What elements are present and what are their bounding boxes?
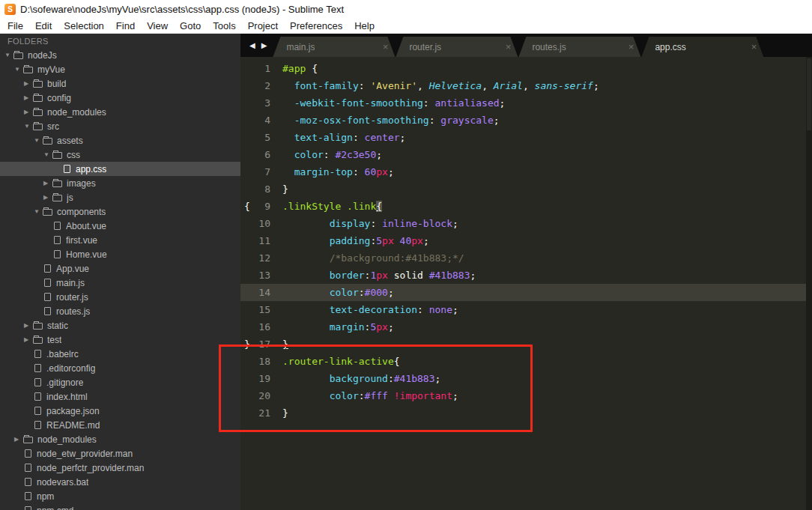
menu-item-tools[interactable]: Tools [207, 19, 241, 33]
tree-folder-images[interactable]: ▶images [0, 176, 240, 190]
tree-file-.gitignore[interactable]: .gitignore [0, 375, 240, 389]
chevron-down-icon[interactable]: ▼ [43, 151, 52, 158]
code-line-15[interactable]: 15 text-decoration: none; [240, 301, 812, 318]
tree-item-label: css [67, 150, 80, 160]
tree-file-.editorconfig[interactable]: .editorconfig [0, 361, 240, 375]
tab-close-icon[interactable]: × [377, 41, 389, 52]
chevron-down-icon[interactable]: ▼ [34, 137, 42, 144]
code-line-3[interactable]: 3 -webkit-font-smoothing: antialiased; [240, 94, 812, 112]
tree-folder-node_modules[interactable]: ▶node_modules [0, 432, 240, 446]
menu-item-selection[interactable]: Selection [58, 19, 109, 33]
tree-file-index.html[interactable]: index.html [0, 389, 240, 404]
tree-folder-build[interactable]: ▶build [0, 76, 240, 91]
token-const: none [429, 304, 452, 315]
tree-file-node_perfctr_provider.man[interactable]: node_perfctr_provider.man [0, 461, 240, 475]
code-line-16[interactable]: 16 margin:5px; [240, 318, 812, 336]
chevron-right-icon[interactable]: ▶ [24, 80, 32, 87]
chevron-down-icon[interactable]: ▼ [24, 123, 32, 130]
tree-folder-myVue[interactable]: ▼myVue [0, 62, 240, 76]
menu-item-view[interactable]: View [141, 19, 174, 33]
tree-file-Home.vue[interactable]: Home.vue [0, 247, 240, 261]
code-line-18[interactable]: 18.router-link-active{ [240, 353, 812, 370]
menu-item-find[interactable]: Find [110, 19, 141, 33]
code-line-5[interactable]: 5 text-align: center; [240, 129, 812, 146]
code-line-8[interactable]: 8} [240, 180, 812, 198]
code-line-14[interactable]: 14 color:#000; [240, 284, 812, 301]
code-line-1[interactable]: 1#app { [240, 60, 812, 77]
code-editor[interactable]: 1#app {2 font-family: 'Avenir', Helvetic… [240, 57, 812, 510]
tree-file-.babelrc[interactable]: .babelrc [0, 347, 240, 361]
tab-close-icon[interactable]: × [622, 41, 634, 52]
menu-item-help[interactable]: Help [348, 19, 381, 33]
tab-main.js[interactable]: main.js× [273, 37, 395, 57]
tree-folder-components[interactable]: ▼components [0, 204, 240, 219]
code-line-4[interactable]: 4 -moz-osx-font-smoothing: grayscale; [240, 112, 812, 129]
code-line-7[interactable]: 7 margin-top: 60px; [240, 163, 812, 180]
minimap-scrollbar[interactable] [806, 57, 812, 510]
tree-folder-css[interactable]: ▼css [0, 148, 240, 162]
tree-folder-src[interactable]: ▼src [0, 119, 240, 133]
tree-file-app.css[interactable]: app.css [0, 162, 240, 176]
tree-file-routes.js[interactable]: routes.js [0, 304, 240, 318]
tree-folder-node_modules[interactable]: ▶node_modules [0, 105, 240, 119]
chevron-right-icon[interactable]: ▶ [43, 180, 52, 186]
menu-item-project[interactable]: Project [242, 19, 284, 33]
tree-folder-assets[interactable]: ▼assets [0, 133, 240, 148]
tree-file-first.vue[interactable]: first.vue [0, 233, 240, 247]
tree-folder-js[interactable]: ▶js [0, 190, 240, 204]
line-number: 5 [240, 129, 282, 146]
tree-file-npm.cmd[interactable]: npm.cmd [0, 503, 240, 510]
tree-folder-nodeJs[interactable]: ▼nodeJs [0, 48, 240, 62]
tree-file-About.vue[interactable]: About.vue [0, 219, 240, 233]
tab-nav-back-icon[interactable]: ◀ [249, 41, 255, 49]
tree-folder-test[interactable]: ▶test [0, 333, 240, 347]
chevron-right-icon[interactable]: ▶ [24, 94, 32, 101]
token-num: #fff [365, 390, 388, 401]
code-line-13[interactable]: 13 border:1px solid #41b883; [240, 267, 812, 284]
tab-nav-forward-icon[interactable]: ▶ [261, 41, 267, 49]
chevron-down-icon[interactable]: ▼ [4, 52, 13, 58]
tree-file-npm[interactable]: npm [0, 489, 240, 503]
tree-file-README.md[interactable]: README.md [0, 418, 240, 432]
code-line-9[interactable]: {9.linkStyle .link{ [240, 198, 812, 215]
chevron-right-icon[interactable]: ▶ [24, 336, 32, 343]
tab-app.css[interactable]: app.css× [641, 37, 763, 57]
tree-folder-static[interactable]: ▶static [0, 318, 240, 333]
code-line-21[interactable]: 21} [240, 404, 812, 422]
tree-file-App.vue[interactable]: App.vue [0, 261, 240, 276]
tab-routes.js[interactable]: routes.js× [518, 37, 640, 57]
code-line-10[interactable]: 10 display: inline-block; [240, 215, 812, 232]
chevron-right-icon[interactable]: ▶ [24, 322, 32, 329]
tree-item-label: .editorconfig [46, 363, 95, 374]
code-line-19[interactable]: 19 background:#41b883; [240, 370, 812, 387]
chevron-right-icon[interactable]: ▶ [24, 109, 32, 115]
chevron-right-icon[interactable]: ▶ [14, 436, 22, 443]
tree-file-main.js[interactable]: main.js [0, 276, 240, 290]
token-const: center [365, 132, 400, 143]
menu-item-edit[interactable]: Edit [29, 19, 58, 33]
chevron-down-icon[interactable]: ▼ [34, 208, 42, 215]
code-line-11[interactable]: 11 padding:5px 40px; [240, 232, 812, 249]
tree-file-package.json[interactable]: package.json [0, 404, 240, 418]
tree-file-nodevars.bat[interactable]: nodevars.bat [0, 475, 240, 489]
tree-folder-config[interactable]: ▶config [0, 91, 240, 105]
code-line-2[interactable]: 2 font-family: 'Avenir', Helvetica, Aria… [240, 77, 812, 94]
tab-close-icon[interactable]: × [500, 41, 512, 52]
token-punc: : [359, 287, 365, 298]
tab-router.js[interactable]: router.js× [396, 37, 518, 57]
tree-file-router.js[interactable]: router.js [0, 290, 240, 304]
tree-file-node_etw_provider.man[interactable]: node_etw_provider.man [0, 446, 240, 461]
menu-item-file[interactable]: File [1, 19, 29, 33]
bracket-gutter-icon: { [244, 198, 250, 215]
code-line-12[interactable]: 12 /*background:#41b883;*/ [240, 249, 812, 267]
tab-close-icon[interactable]: × [745, 41, 757, 52]
chevron-down-icon[interactable]: ▼ [14, 66, 22, 73]
token-punc: : [423, 97, 435, 109]
code-line-6[interactable]: 6 color: #2c3e50; [240, 146, 812, 163]
menu-item-preferences[interactable]: Preferences [284, 19, 348, 33]
chevron-right-icon[interactable]: ▶ [43, 194, 52, 201]
menu-item-goto[interactable]: Goto [174, 19, 207, 33]
line-number: 7 [240, 163, 282, 180]
code-line-17[interactable]: }17} [240, 336, 812, 353]
code-line-20[interactable]: 20 color:#fff !important; [240, 387, 812, 404]
